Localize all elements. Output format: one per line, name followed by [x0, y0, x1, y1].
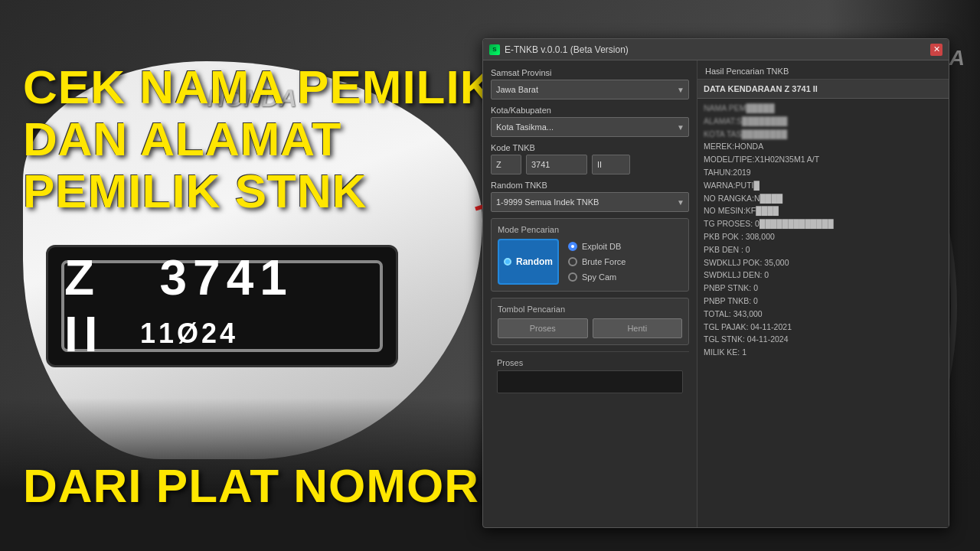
samsat-select-wrapper: Jawa Barat ▼: [491, 80, 689, 99]
hasil-row: NO RANGKA:N████: [704, 192, 942, 205]
random-btn-dot: [504, 258, 511, 266]
hasil-row: MILIK KE: 1: [704, 346, 942, 359]
proses-box: [497, 370, 683, 393]
proses-section: Proses: [491, 351, 689, 399]
hasil-header: Hasil Pencarian TNKB: [697, 60, 949, 80]
random-button[interactable]: Random: [498, 239, 559, 285]
hasil-row: MEREK:HONDA: [704, 140, 942, 153]
tombol-label: Tombol Pencarian: [498, 305, 682, 314]
radio-spy-cam-label: Spy Cam: [582, 272, 616, 282]
hasil-row: TOTAL: 343,000: [704, 308, 942, 321]
radio-exploit-db-circle: [568, 242, 577, 251]
app-title: E-TNKB v.0.0.1 (Beta Version): [505, 44, 629, 55]
kode-label: Kode TNKB: [491, 143, 689, 152]
proses-button[interactable]: Proses: [498, 318, 588, 338]
mode-btn-group: Random: [498, 239, 559, 285]
license-plate-container: Z 3741 II 11Ø24: [46, 245, 398, 367]
kota-select[interactable]: Kota Tasikma...: [491, 117, 689, 137]
kode-prefix-input[interactable]: [491, 155, 521, 174]
hasil-row: NO MESIN:KF████: [704, 204, 942, 217]
random-btn-label: Random: [516, 256, 553, 267]
hasil-rows: NAMA PEM█████ALAMAT:S████████KOTA TAS███…: [697, 99, 949, 362]
random-select-wrapper: 1-9999 Semua Indek TNKB ▼: [491, 192, 689, 212]
samsat-group: Samsat Provinsi Jawa Barat ▼: [491, 68, 689, 99]
kota-label: Kota/Kabupaten: [491, 106, 689, 115]
plate-subtext: 11Ø24: [140, 318, 238, 350]
hasil-row: PKB DEN : 0: [704, 243, 942, 256]
radio-brute-force[interactable]: Brute Force: [568, 257, 626, 266]
radio-brute-force-circle: [568, 257, 577, 266]
random-label: Random TNKB: [491, 181, 689, 190]
samsat-select[interactable]: Jawa Barat: [491, 80, 689, 99]
random-group: Random TNKB 1-9999 Semua Indek TNKB ▼: [491, 181, 689, 212]
tnkb-inputs: [491, 155, 689, 174]
random-select[interactable]: 1-9999 Semua Indek TNKB: [491, 192, 689, 212]
left-panel: Samsat Provinsi Jawa Barat ▼ Kota/Kabupa…: [483, 60, 697, 527]
kota-select-wrapper: Kota Tasikma... ▼: [491, 117, 689, 137]
hasil-row: NAMA PEM█████: [704, 102, 942, 115]
app-icon: S: [489, 44, 500, 55]
hasil-content[interactable]: DATA KENDARAAN Z 3741 II NAMA PEM█████AL…: [697, 80, 949, 527]
hasil-row: TAHUN:2019: [704, 166, 942, 179]
hasil-row: TG PROSES: 0█████████████: [704, 217, 942, 230]
radio-exploit-db-label: Exploit DB: [582, 242, 621, 251]
mode-row: Random Exploit DB Brute Force: [498, 239, 682, 285]
title-bar-left: S E-TNKB v.0.0.1 (Beta Version): [489, 44, 629, 55]
hasil-row: SWDKLLJ DEN: 0: [704, 269, 942, 282]
tombol-row: Proses Henti: [498, 318, 682, 338]
hasil-row: MODEL/TIPE:X1H02N35M1 A/T: [704, 153, 942, 166]
kode-suffix-input[interactable]: [592, 155, 630, 174]
kode-number-input[interactable]: [526, 155, 587, 174]
title-bar: S E-TNKB v.0.0.1 (Beta Version) ✕: [483, 39, 949, 60]
radio-exploit-db[interactable]: Exploit DB: [568, 242, 626, 251]
samsat-label: Samsat Provinsi: [491, 68, 689, 77]
kode-group: Kode TNKB: [491, 143, 689, 174]
app-window: S E-TNKB v.0.0.1 (Beta Version) ✕ Samsat…: [482, 38, 949, 528]
kota-group: Kota/Kabupaten Kota Tasikma... ▼: [491, 106, 689, 137]
mode-section: Mode Pencarian Random Exploit DB: [491, 218, 689, 292]
app-content: Samsat Provinsi Jawa Barat ▼ Kota/Kabupa…: [483, 60, 949, 527]
data-header: DATA KENDARAAN Z 3741 II: [697, 80, 949, 99]
hasil-row: PKB POK : 308,000: [704, 230, 942, 243]
proses-label: Proses: [497, 358, 683, 367]
hasil-row: PNBP TNKB: 0: [704, 295, 942, 308]
radio-options: Exploit DB Brute Force Spy Cam: [568, 239, 626, 282]
right-panel: Hasil Pencarian TNKB DATA KENDARAAN Z 37…: [697, 60, 949, 527]
radio-brute-force-label: Brute Force: [582, 257, 626, 266]
hasil-row: PNBP STNK: 0: [704, 282, 942, 295]
mode-label: Mode Pencarian: [498, 225, 682, 234]
hasil-row: TGL PAJAK: 04-11-2021: [704, 321, 942, 334]
henti-button[interactable]: Henti: [593, 318, 683, 338]
close-button[interactable]: ✕: [930, 44, 942, 56]
radio-spy-cam-circle: [568, 272, 577, 282]
hasil-row: WARNA:PUTI█: [704, 179, 942, 192]
hasil-row: TGL STNK: 04-11-2024: [704, 333, 942, 346]
hasil-row: KOTA TAS████████: [704, 128, 942, 141]
radio-spy-cam[interactable]: Spy Cam: [568, 272, 626, 282]
tombol-section: Tombol Pencarian Proses Henti: [491, 298, 689, 345]
hasil-row: SWDKLLJ POK: 35,000: [704, 256, 942, 269]
hasil-row: ALAMAT:S████████: [704, 115, 942, 128]
